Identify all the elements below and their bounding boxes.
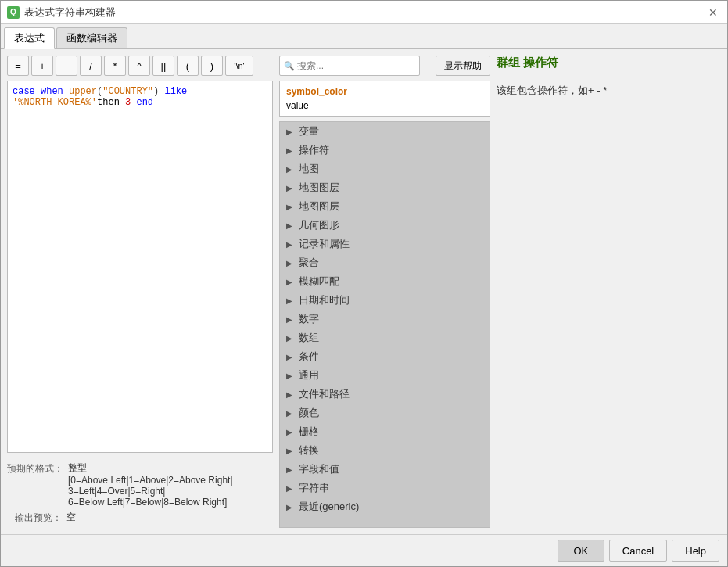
- btn-lparen[interactable]: (: [177, 56, 199, 76]
- btn-plus[interactable]: +: [31, 56, 53, 76]
- tree-item-3[interactable]: ▶地图图层: [280, 178, 490, 197]
- tree-item-15[interactable]: ▶颜色: [280, 404, 490, 422]
- btn-newline[interactable]: '\n': [225, 56, 253, 76]
- help-button[interactable]: Help: [672, 540, 719, 562]
- ok-button[interactable]: OK: [558, 540, 604, 562]
- tree-item-13[interactable]: ▶通用: [280, 366, 490, 385]
- tree-arrow-17: ▶: [286, 447, 296, 455]
- tree-item-12[interactable]: ▶条件: [280, 347, 490, 366]
- title-bar: Q 表达式字符串构建器 ✕: [1, 1, 727, 24]
- btn-rparen[interactable]: ): [201, 56, 223, 76]
- symbol-row-2: value: [286, 99, 483, 113]
- tree-item-10[interactable]: ▶数字: [280, 310, 490, 328]
- btn-divide[interactable]: /: [80, 56, 102, 76]
- main-window: Q 表达式字符串构建器 ✕ 表达式 函数编辑器 = + − / * ^ || (…: [0, 0, 728, 567]
- toolbar: = + − / * ^ || ( ) '\n': [7, 56, 273, 76]
- tree-item-1[interactable]: ▶操作符: [280, 141, 490, 160]
- tree-item-8[interactable]: ▶模糊匹配: [280, 272, 490, 291]
- group-title: 群组 操作符: [497, 56, 721, 74]
- bottom-bar: OK Cancel Help: [1, 534, 727, 566]
- main-content: = + − / * ^ || ( ) '\n' case when upper(…: [1, 49, 727, 534]
- tree-arrow-8: ▶: [286, 278, 296, 286]
- symbol-row-1: symbol_color: [286, 84, 483, 99]
- search-input[interactable]: [279, 56, 420, 76]
- code-line-1: case when upper("COUNTRY") like: [13, 86, 267, 97]
- tree-arrow-12: ▶: [286, 353, 296, 361]
- right-panel: 群组 操作符 该组包含操作符，如+ - *: [497, 56, 721, 528]
- tree-item-9[interactable]: ▶日期和时间: [280, 291, 490, 310]
- tab-expression[interactable]: 表达式: [4, 27, 55, 49]
- btn-concat[interactable]: ||: [152, 56, 174, 76]
- tree-arrow-10: ▶: [286, 315, 296, 324]
- tree-item-6[interactable]: ▶记录和属性: [280, 235, 490, 253]
- app-icon: Q: [7, 6, 20, 19]
- tree-item-0[interactable]: ▶变量: [280, 122, 490, 141]
- title-bar-left: Q 表达式字符串构建器: [7, 5, 116, 20]
- tree-item-17[interactable]: ▶转换: [280, 441, 490, 460]
- search-icon: 🔍: [284, 61, 295, 71]
- search-wrapper: 🔍: [279, 56, 432, 76]
- tree-arrow-0: ▶: [286, 127, 296, 136]
- close-button[interactable]: ✕: [705, 5, 721, 20]
- tree-arrow-11: ▶: [286, 334, 296, 343]
- tree-item-18[interactable]: ▶字段和值: [280, 460, 490, 479]
- btn-minus[interactable]: −: [56, 56, 77, 76]
- tab-bar: 表达式 函数编辑器: [1, 24, 727, 49]
- tree-arrow-15: ▶: [286, 409, 296, 418]
- cancel-button[interactable]: Cancel: [609, 540, 667, 562]
- tree-arrow-16: ▶: [286, 428, 296, 436]
- left-panel: = + − / * ^ || ( ) '\n' case when upper(…: [7, 56, 273, 528]
- output-label: 输出预览：: [7, 511, 62, 525]
- tree-arrow-9: ▶: [286, 296, 296, 305]
- symbol-val-1: value: [286, 100, 309, 111]
- tree-arrow-6: ▶: [286, 240, 296, 249]
- format-value: 整型 [0=Above Left|1=Above|2=Above Right| …: [68, 461, 233, 508]
- tree-arrow-20: ▶: [286, 503, 296, 511]
- tree-arrow-7: ▶: [286, 259, 296, 267]
- tree-item-2[interactable]: ▶地图: [280, 160, 490, 178]
- tree-arrow-3: ▶: [286, 184, 296, 192]
- tree-arrow-19: ▶: [286, 484, 296, 493]
- middle-panel: 🔍 显示帮助 symbol_color value ▶变量 ▶操作符 ▶地图: [279, 56, 490, 528]
- tree-arrow-2: ▶: [286, 165, 296, 174]
- btn-caret[interactable]: ^: [128, 56, 150, 76]
- symbol-key-1: symbol_color: [286, 86, 347, 97]
- tree-arrow-5: ▶: [286, 221, 296, 230]
- btn-multiply[interactable]: *: [104, 56, 126, 76]
- code-editor[interactable]: case when upper("COUNTRY") like '%NORTH …: [7, 81, 273, 453]
- tree-arrow-13: ▶: [286, 371, 296, 380]
- tree-item-4[interactable]: ▶地图图层: [280, 197, 490, 216]
- code-line-2: '%NORTH KOREA%'then 3 end: [13, 97, 267, 108]
- tree-arrow-14: ▶: [286, 390, 296, 399]
- tree-item-5[interactable]: ▶几何图形: [280, 216, 490, 235]
- btn-equals[interactable]: =: [7, 56, 29, 76]
- tree-item-11[interactable]: ▶数组: [280, 328, 490, 347]
- tree-arrow-18: ▶: [286, 465, 296, 474]
- tree-item-7[interactable]: ▶聚合: [280, 253, 490, 272]
- help-display-button[interactable]: 显示帮助: [436, 56, 490, 76]
- tree-item-20[interactable]: ▶最近(generic): [280, 497, 490, 516]
- tab-function-editor[interactable]: 函数编辑器: [56, 27, 127, 48]
- window-title: 表达式字符串构建器: [24, 5, 116, 20]
- format-section: 预期的格式： 整型 [0=Above Left|1=Above|2=Above …: [7, 458, 273, 528]
- output-value: 空: [66, 511, 76, 524]
- search-row: 🔍 显示帮助: [279, 56, 490, 76]
- symbol-section: symbol_color value: [279, 81, 490, 117]
- group-desc: 该组包含操作符，如+ - *: [497, 79, 721, 102]
- format-row: 预期的格式： 整型 [0=Above Left|1=Above|2=Above …: [7, 461, 273, 508]
- tree-item-14[interactable]: ▶文件和路径: [280, 385, 490, 404]
- tree-arrow-4: ▶: [286, 203, 296, 211]
- tree-item-19[interactable]: ▶字符串: [280, 479, 490, 497]
- tree-arrow-1: ▶: [286, 146, 296, 155]
- tree-list: ▶变量 ▶操作符 ▶地图 ▶地图图层 ▶地图图层 ▶几何图形 ▶记录和属性 ▶聚…: [279, 121, 490, 528]
- output-row: 输出预览： 空: [7, 511, 273, 525]
- tree-item-16[interactable]: ▶栅格: [280, 422, 490, 441]
- format-label: 预期的格式：: [7, 461, 63, 475]
